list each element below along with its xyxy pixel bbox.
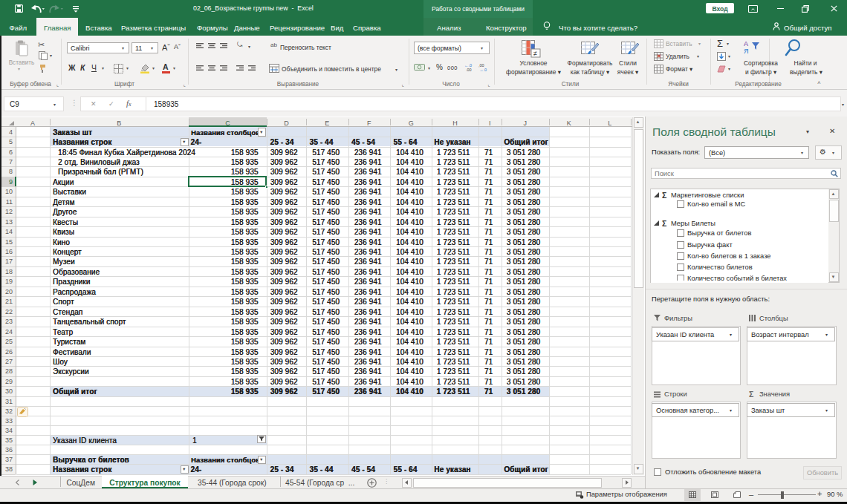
svg-text:→,0: →,0: [479, 68, 487, 72]
svg-text:,00: ,00: [466, 68, 472, 72]
svg-text:Я: Я: [744, 48, 749, 55]
svg-text:≠: ≠: [533, 50, 537, 57]
svg-text:А: А: [744, 40, 748, 48]
